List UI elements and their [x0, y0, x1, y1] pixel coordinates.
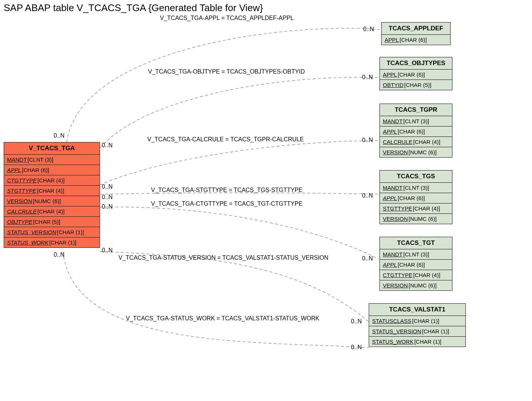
cardinality-label: 0..N — [362, 255, 373, 262]
entity-tcacs-valstat1: TCACS_VALSTAT1 STATUSCLASS[CHAR (1)] STA… — [369, 303, 466, 347]
entity-tcacs-objtypes: TCACS_OBJTYPES APPL[CHAR (6)] OBTYID[CHA… — [379, 57, 452, 90]
entity-tcacs-tgs: TCACS_TGS MANDT[CLNT (3)] APPL[CHAR (6)]… — [379, 170, 452, 224]
table-row: VERSION[NUMC (6)] — [380, 280, 452, 290]
entity-header: TCACS_APPLDEF — [382, 23, 450, 35]
table-row: STATUS_WORK[CHAR (1)] — [4, 237, 100, 247]
table-row: STGTTYPE[CHAR (4)] — [4, 186, 100, 196]
entity-tcacs-tgpr: TCACS_TGPR MANDT[CLNT (3)] APPL[CHAR (6)… — [379, 104, 452, 158]
cardinality-label: 0..N — [102, 247, 113, 254]
entity-header: TCACS_TGPR — [380, 104, 452, 116]
relation-label: V_TCACS_TGA-OBJTYPE = TCACS_OBJTYPES-OBT… — [148, 68, 305, 75]
cardinality-label: 0..N — [363, 26, 374, 33]
page-title: SAP ABAP table V_TCACS_TGA {Generated Ta… — [4, 2, 263, 14]
table-row: APPL[CHAR (6)] — [380, 193, 452, 203]
entity-tcacs-appldef: TCACS_APPLDEF APPL[CHAR (6)] — [381, 22, 451, 45]
table-row: MANDT[CLNT (3)] — [4, 155, 100, 165]
table-row: MANDT[CLNT (3)] — [380, 183, 452, 193]
cardinality-label: 0..N — [351, 344, 362, 351]
table-row: APPL[CHAR (6)] — [4, 165, 100, 175]
table-row: CALCRULE[CHAR (4)] — [4, 206, 100, 217]
table-row: APPL[CHAR (6)] — [382, 35, 450, 45]
table-row: MANDT[CLNT (3)] — [380, 249, 452, 260]
relation-label: V_TCACS_TGA-STATUS_VERSION = TCACS_VALST… — [118, 255, 328, 261]
table-row: CTGTTYPE[CHAR (4)] — [380, 270, 452, 280]
table-row: CTGTTYPE[CHAR (4)] — [4, 175, 100, 186]
entity-header: TCACS_TGT — [380, 237, 452, 249]
table-row: APPL[CHAR (6)] — [380, 260, 452, 270]
table-row: OBJTYPE[CHAR (5)] — [4, 217, 100, 227]
table-row: VERSION[NUMC (6)] — [380, 214, 452, 224]
table-row: STATUS_WORK[CHAR (1)] — [369, 337, 465, 347]
table-row: OBTYID[CHAR (5)] — [380, 80, 452, 90]
cardinality-label: 0..N — [362, 192, 373, 199]
table-row: MANDT[CLNT (3)] — [380, 116, 452, 127]
table-row: APPL[CHAR (6)] — [380, 127, 452, 137]
table-row: CALCRULE[CHAR (4)] — [380, 137, 452, 147]
entity-v-tcacs-tga: V_TCACS_TGA MANDT[CLNT (3)] APPL[CHAR (6… — [4, 142, 100, 248]
entity-header: TCACS_TGS — [380, 171, 452, 183]
table-row: STATUSCLASS[CHAR (1)] — [369, 316, 465, 326]
cardinality-label: 0..N — [102, 142, 113, 149]
relation-label: V_TCACS_TGA-STATUS_WORK = TCACS_VALSTAT1… — [126, 315, 319, 322]
table-row: APPL[CHAR (6)] — [380, 70, 452, 80]
relation-label: V_TCACS_TGA-STGTTYPE = TCACS_TGS-STGTTYP… — [151, 187, 302, 193]
cardinality-label: 0..N — [102, 203, 113, 210]
cardinality-label: 0..N — [54, 252, 64, 258]
cardinality-label: 0..N — [362, 74, 373, 81]
table-row: STGTTYPE[CHAR (4)] — [380, 203, 452, 214]
cardinality-label: 0..N — [362, 137, 373, 144]
cardinality-label: 0..N — [351, 318, 362, 325]
relation-label: V_TCACS_TGA-CTGTTYPE = TCACS_TGT-CTGTTYP… — [151, 200, 302, 207]
cardinality-label: 0..N — [102, 194, 113, 200]
entity-tcacs-tgt: TCACS_TGT MANDT[CLNT (3)] APPL[CHAR (6)]… — [379, 237, 452, 291]
table-row: STATUS_VERSION[CHAR (1)] — [369, 326, 465, 337]
entity-header: V_TCACS_TGA — [4, 142, 100, 155]
cardinality-label: 0..N — [102, 183, 113, 190]
table-row: STATUS_VERSION[CHAR (1)] — [4, 227, 100, 237]
entity-header: TCACS_OBJTYPES — [380, 57, 452, 70]
table-row: VERSION[NUMC (6)] — [380, 147, 452, 157]
relation-label: V_TCACS_TGA-CALCRULE = TCACS_TGPR-CALCRU… — [147, 136, 304, 143]
entity-header: TCACS_VALSTAT1 — [369, 304, 465, 316]
table-row: VERSION[NUMC (6)] — [4, 196, 100, 206]
relation-label: V_TCACS_TGA-APPL = TCACS_APPLDEF-APPL — [160, 15, 294, 21]
cardinality-label: 0..N — [54, 132, 64, 139]
